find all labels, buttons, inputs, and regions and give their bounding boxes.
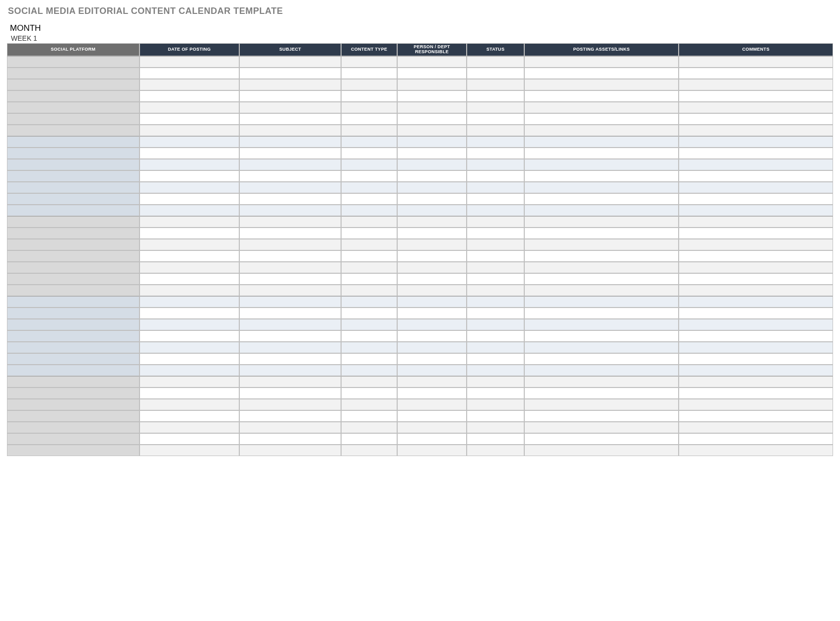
cell-comments[interactable] — [679, 410, 833, 422]
cell-person[interactable] — [397, 410, 467, 422]
cell-status[interactable] — [467, 205, 524, 216]
cell-subject[interactable] — [239, 285, 341, 296]
cell-person[interactable] — [397, 319, 467, 330]
cell-date[interactable] — [140, 399, 240, 410]
cell-person[interactable] — [397, 125, 467, 136]
cell-subject[interactable] — [239, 250, 341, 262]
cell-status[interactable] — [467, 125, 524, 136]
cell-status[interactable] — [467, 388, 524, 399]
cell-subject[interactable] — [239, 90, 341, 102]
cell-platform[interactable] — [7, 353, 140, 365]
cell-assets[interactable] — [524, 342, 679, 353]
cell-subject[interactable] — [239, 353, 341, 365]
cell-date[interactable] — [140, 79, 240, 90]
cell-platform[interactable] — [7, 376, 140, 388]
cell-status[interactable] — [467, 68, 524, 79]
cell-subject[interactable] — [239, 399, 341, 410]
cell-assets[interactable] — [524, 422, 679, 433]
cell-subject[interactable] — [239, 113, 341, 125]
cell-assets[interactable] — [524, 193, 679, 205]
cell-subject[interactable] — [239, 193, 341, 205]
cell-type[interactable] — [341, 102, 397, 113]
cell-date[interactable] — [140, 365, 240, 376]
cell-person[interactable] — [397, 342, 467, 353]
cell-date[interactable] — [140, 205, 240, 216]
cell-type[interactable] — [341, 159, 397, 170]
cell-platform[interactable] — [7, 410, 140, 422]
cell-comments[interactable] — [679, 216, 833, 228]
cell-platform[interactable] — [7, 193, 140, 205]
cell-type[interactable] — [341, 273, 397, 285]
cell-assets[interactable] — [524, 125, 679, 136]
cell-assets[interactable] — [524, 296, 679, 308]
cell-assets[interactable] — [524, 228, 679, 239]
cell-subject[interactable] — [239, 159, 341, 170]
cell-assets[interactable] — [524, 90, 679, 102]
cell-platform[interactable] — [7, 250, 140, 262]
cell-date[interactable] — [140, 182, 240, 193]
cell-comments[interactable] — [679, 376, 833, 388]
cell-comments[interactable] — [679, 193, 833, 205]
cell-status[interactable] — [467, 216, 524, 228]
cell-assets[interactable] — [524, 170, 679, 182]
cell-date[interactable] — [140, 125, 240, 136]
cell-type[interactable] — [341, 79, 397, 90]
cell-assets[interactable] — [524, 262, 679, 273]
cell-platform[interactable] — [7, 228, 140, 239]
cell-status[interactable] — [467, 285, 524, 296]
cell-person[interactable] — [397, 216, 467, 228]
cell-status[interactable] — [467, 273, 524, 285]
cell-platform[interactable] — [7, 136, 140, 148]
cell-date[interactable] — [140, 193, 240, 205]
cell-type[interactable] — [341, 342, 397, 353]
cell-type[interactable] — [341, 365, 397, 376]
cell-type[interactable] — [341, 239, 397, 250]
cell-type[interactable] — [341, 148, 397, 159]
cell-comments[interactable] — [679, 205, 833, 216]
cell-platform[interactable] — [7, 79, 140, 90]
cell-assets[interactable] — [524, 182, 679, 193]
cell-date[interactable] — [140, 159, 240, 170]
cell-date[interactable] — [140, 239, 240, 250]
cell-assets[interactable] — [524, 113, 679, 125]
cell-assets[interactable] — [524, 79, 679, 90]
cell-status[interactable] — [467, 79, 524, 90]
cell-comments[interactable] — [679, 319, 833, 330]
cell-person[interactable] — [397, 365, 467, 376]
cell-assets[interactable] — [524, 353, 679, 365]
cell-assets[interactable] — [524, 399, 679, 410]
cell-type[interactable] — [341, 136, 397, 148]
cell-assets[interactable] — [524, 308, 679, 319]
cell-platform[interactable] — [7, 422, 140, 433]
cell-assets[interactable] — [524, 319, 679, 330]
cell-type[interactable] — [341, 113, 397, 125]
cell-person[interactable] — [397, 193, 467, 205]
cell-date[interactable] — [140, 342, 240, 353]
cell-person[interactable] — [397, 330, 467, 342]
cell-platform[interactable] — [7, 388, 140, 399]
cell-comments[interactable] — [679, 296, 833, 308]
cell-subject[interactable] — [239, 319, 341, 330]
cell-subject[interactable] — [239, 216, 341, 228]
cell-comments[interactable] — [679, 250, 833, 262]
cell-comments[interactable] — [679, 182, 833, 193]
cell-date[interactable] — [140, 308, 240, 319]
cell-subject[interactable] — [239, 273, 341, 285]
cell-subject[interactable] — [239, 365, 341, 376]
cell-subject[interactable] — [239, 330, 341, 342]
cell-assets[interactable] — [524, 376, 679, 388]
cell-platform[interactable] — [7, 285, 140, 296]
cell-assets[interactable] — [524, 159, 679, 170]
cell-platform[interactable] — [7, 342, 140, 353]
cell-status[interactable] — [467, 228, 524, 239]
cell-status[interactable] — [467, 136, 524, 148]
cell-subject[interactable] — [239, 376, 341, 388]
cell-assets[interactable] — [524, 365, 679, 376]
cell-comments[interactable] — [679, 159, 833, 170]
cell-date[interactable] — [140, 376, 240, 388]
cell-platform[interactable] — [7, 102, 140, 113]
cell-date[interactable] — [140, 410, 240, 422]
cell-type[interactable] — [341, 170, 397, 182]
cell-type[interactable] — [341, 410, 397, 422]
cell-person[interactable] — [397, 228, 467, 239]
